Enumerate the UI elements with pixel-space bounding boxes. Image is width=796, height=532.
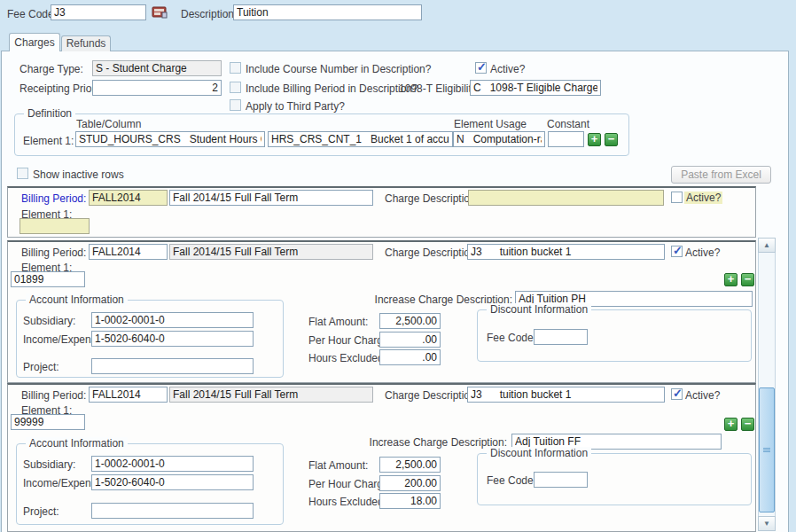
scroll-up-button[interactable]: ▲ bbox=[758, 238, 776, 253]
row1-income-expense-input[interactable] bbox=[91, 331, 254, 347]
tab-charges[interactable]: Charges bbox=[9, 33, 60, 51]
new-billing-period-input[interactable] bbox=[89, 190, 168, 206]
receipting-priority-input[interactable] bbox=[92, 80, 222, 96]
new-charge-description-label: Charge Description: bbox=[385, 192, 479, 205]
new-billing-period-label: Billing Period: bbox=[21, 192, 86, 205]
show-inactive-rows-label: Show inactive rows bbox=[33, 168, 124, 181]
row2-hours-excluded-input[interactable] bbox=[379, 493, 441, 509]
definition-remove-button[interactable]: − bbox=[605, 133, 618, 146]
definition-add-button[interactable]: + bbox=[588, 133, 601, 146]
scroll-down-button[interactable]: ▼ bbox=[758, 516, 776, 531]
row2-subsidiary-input[interactable] bbox=[91, 456, 254, 472]
element-usage-field[interactable] bbox=[453, 131, 545, 147]
apply-third-party-checkbox[interactable] bbox=[230, 99, 241, 111]
row1-fee-code-input[interactable] bbox=[534, 329, 588, 345]
new-element1-input[interactable] bbox=[20, 218, 90, 234]
row2-project-input[interactable] bbox=[91, 503, 254, 519]
definition-legend: Definition bbox=[24, 107, 75, 120]
new-active-label: Active? bbox=[684, 192, 722, 204]
fee-code-maintenance-window: Fee Code: Description: Charges Refunds C… bbox=[0, 0, 796, 532]
description-input[interactable] bbox=[233, 4, 422, 20]
row1-subsidiary-input[interactable] bbox=[91, 312, 254, 328]
definition-element1-label: Element 1: bbox=[23, 135, 74, 147]
row1-project-input[interactable] bbox=[91, 358, 254, 374]
row1-billing-period-input[interactable] bbox=[89, 244, 168, 260]
row2-per-hour-input[interactable] bbox=[379, 475, 441, 491]
row2-charge-description-label: Charge Description: bbox=[385, 389, 479, 402]
element-usage-label: Element Usage bbox=[454, 118, 527, 130]
row1-active-label: Active? bbox=[685, 246, 720, 259]
row1-hours-excluded-input[interactable] bbox=[379, 349, 441, 365]
lookup-icon[interactable] bbox=[152, 4, 168, 19]
row2-element1-input[interactable] bbox=[11, 414, 85, 430]
row1-billing-period-label: Billing Period: bbox=[21, 246, 86, 259]
eligibility-label: 1098-T Eligibility: bbox=[399, 82, 480, 95]
charge-type-field bbox=[92, 60, 222, 76]
row1-active-checkbox[interactable] bbox=[671, 246, 683, 257]
row1-fee-code-label: Fee Code: bbox=[487, 332, 536, 344]
fee-code-label: Fee Code: bbox=[7, 8, 57, 20]
definition-column-field[interactable] bbox=[268, 131, 453, 147]
row1-per-hour-input[interactable] bbox=[379, 332, 441, 348]
include-course-number-checkbox[interactable] bbox=[230, 62, 241, 74]
include-billing-period-label: Include Billing Period in Description? bbox=[246, 82, 418, 95]
row2-income-expense-input[interactable] bbox=[91, 474, 254, 490]
row1-charge-description-input[interactable] bbox=[467, 244, 665, 260]
row1-hours-excluded-label: Hours Excluded: bbox=[308, 352, 386, 364]
row2-active-checkbox[interactable] bbox=[671, 388, 683, 400]
row1-subsidiary-label: Subsidiary: bbox=[23, 315, 75, 327]
row2-billing-period-input[interactable] bbox=[89, 387, 168, 403]
row2-subsidiary-label: Subsidiary: bbox=[23, 458, 75, 471]
scrollbar-thumb[interactable] bbox=[759, 387, 775, 512]
charge-type-label: Charge Type: bbox=[20, 63, 83, 75]
row1-add-button[interactable]: + bbox=[724, 273, 737, 286]
row1-flat-amount-label: Flat Amount: bbox=[308, 316, 368, 328]
apply-third-party-label: Apply to Third Party? bbox=[246, 100, 345, 113]
include-course-number-label: Include Course Number in Description? bbox=[246, 63, 431, 75]
show-inactive-rows-checkbox[interactable] bbox=[17, 168, 28, 179]
row2-term-field bbox=[169, 387, 373, 403]
row2-billing-period-label: Billing Period: bbox=[21, 389, 86, 402]
row2-active-label: Active? bbox=[685, 389, 720, 402]
row1-remove-button[interactable]: − bbox=[741, 273, 754, 286]
new-charge-description-input[interactable] bbox=[468, 190, 664, 206]
tab-refunds[interactable]: Refunds bbox=[61, 35, 111, 51]
row2-fee-code-label: Fee Code: bbox=[487, 474, 536, 487]
row1-flat-amount-input[interactable] bbox=[379, 313, 441, 329]
row2-discount-legend: Discount Information bbox=[487, 447, 591, 459]
row1-project-label: Project: bbox=[23, 361, 59, 373]
row1-element1-input[interactable] bbox=[11, 271, 85, 287]
fee-code-input[interactable] bbox=[51, 4, 146, 20]
row2-hours-excluded-label: Hours Excluded: bbox=[308, 496, 386, 508]
row2-project-label: Project: bbox=[23, 505, 59, 518]
description-label: Description: bbox=[181, 8, 237, 20]
row2-add-button[interactable]: + bbox=[724, 418, 737, 431]
scrollbar-grip-icon bbox=[763, 448, 770, 449]
constant-field[interactable] bbox=[548, 131, 584, 147]
paste-from-excel-button[interactable]: Paste from Excel bbox=[671, 166, 771, 184]
include-billing-period-checkbox[interactable] bbox=[230, 82, 241, 93]
active-label: Active? bbox=[490, 63, 525, 75]
constant-label: Constant bbox=[547, 118, 589, 130]
row1-charge-description-label: Charge Description: bbox=[385, 246, 479, 259]
eligibility-input[interactable] bbox=[470, 80, 601, 96]
new-active-checkbox[interactable] bbox=[671, 192, 683, 203]
row1-account-legend: Account Information bbox=[26, 293, 128, 306]
row2-remove-button[interactable]: − bbox=[741, 418, 754, 431]
row2-fee-code-input[interactable] bbox=[534, 472, 588, 488]
row2-flat-amount-input[interactable] bbox=[379, 457, 441, 473]
new-term-field bbox=[169, 190, 373, 206]
row1-discount-legend: Discount Information bbox=[487, 303, 591, 316]
table-column-label: Table/Column bbox=[76, 118, 141, 130]
row2-flat-amount-label: Flat Amount: bbox=[308, 459, 368, 472]
row2-charge-description-input[interactable] bbox=[467, 387, 665, 403]
active-checkbox[interactable] bbox=[475, 62, 487, 74]
row2-account-legend: Account Information bbox=[26, 437, 128, 450]
definition-table-field[interactable] bbox=[75, 131, 265, 147]
row1-term-field bbox=[169, 244, 373, 260]
